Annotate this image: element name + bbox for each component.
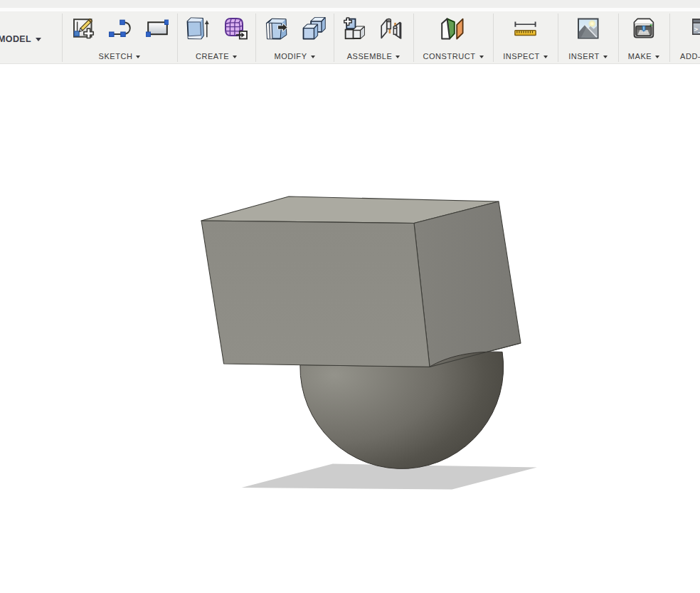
body-sphere[interactable] [300,352,504,468]
group-label-inspect[interactable]: INSPECT [493,52,558,61]
create-form-button[interactable] [223,16,248,41]
combine-button[interactable] [300,16,326,41]
window-top-strip [0,0,700,8]
press-pull-icon [265,17,289,40]
workspace-switcher[interactable]: MODEL [0,11,62,64]
model-scene [0,64,700,593]
group-label-make[interactable]: MAKE [618,52,669,61]
2-point-rectangle-button[interactable] [144,16,170,41]
group-label-create[interactable]: CREATE [177,52,255,61]
3d-print-icon [632,17,657,40]
chevron-down-icon [36,38,41,41]
toolbar-group-assemble: ASSEMBLE [334,11,413,64]
measure-icon [514,17,538,40]
measure-button[interactable] [512,16,538,41]
create-sketch-button[interactable] [70,16,96,41]
group-label-assemble[interactable]: ASSEMBLE [334,52,413,61]
toolbar-group-construct: CONSTRUCT [413,11,493,64]
attached-canvas-icon [577,17,601,40]
left-hinge [381,19,391,38]
fusion360-window: MODEL [0,0,700,593]
ruler [515,31,536,36]
offset-plane-icon [441,17,465,40]
box-face-front[interactable] [201,221,430,367]
chevron-down-icon [479,56,484,58]
create-sketch-icon [72,17,95,40]
fit-point-spline-button[interactable] [107,16,133,41]
new-component-icon [344,17,368,40]
2-point-rectangle-icon [146,17,169,40]
chevron-down-icon [233,56,237,58]
chevron-down-icon [603,56,608,58]
chevron-down-icon [311,56,315,58]
press-pull-button[interactable] [263,16,289,41]
toolbar-group-sketch: SKETCH [62,11,177,64]
group-label-construct[interactable]: CONSTRUCT [413,52,493,61]
new-component-button[interactable] [342,16,368,41]
combine-icon [302,17,326,40]
workspace-label: MODEL [0,34,31,44]
offset-plane-button[interactable] [440,16,465,41]
offset-plane-face [457,19,462,39]
grey-cube [354,27,365,39]
toolbar-group-make: MAKE [618,11,669,64]
box-face-right [414,201,521,367]
joint-icon [381,17,405,40]
toolbar-group-addins: >_ ADD-INS [669,11,700,64]
toolbar-group-inspect: INSPECT [493,11,558,64]
dimension-line [515,22,535,27]
chevron-down-icon [396,56,400,58]
toolbar-group-insert: INSERT [558,11,618,64]
toolbar-group-create: CREATE [177,11,255,64]
scripts-and-addins-icon: >_ [692,17,700,40]
extrude-icon [186,17,211,40]
joint-button[interactable] [379,16,405,41]
toolbar-group-modify: MODIFY [255,11,334,64]
up-arrow [205,20,209,37]
group-label-addins[interactable]: ADD-INS [669,52,700,61]
viewport-3d[interactable] [0,64,700,593]
fit-point-spline-icon [109,17,132,40]
3d-print-button[interactable] [631,16,657,41]
scripts-and-addins-button[interactable]: >_ [691,16,700,41]
right-hinge [393,23,401,38]
create-form-icon [224,17,248,40]
ribbon-toolbar: MODEL [0,11,700,64]
extrude-button[interactable] [185,16,211,41]
group-label-modify[interactable]: MODIFY [255,52,334,61]
terminal-prompt: >_ [694,25,700,33]
front-cube [304,25,318,39]
group-label-insert[interactable]: INSERT [558,52,618,61]
chevron-down-icon [655,56,659,58]
attached-canvas-button[interactable] [576,16,601,41]
chevron-down-icon [543,56,548,58]
chevron-down-icon [136,56,140,58]
group-label-sketch[interactable]: SKETCH [62,52,177,61]
